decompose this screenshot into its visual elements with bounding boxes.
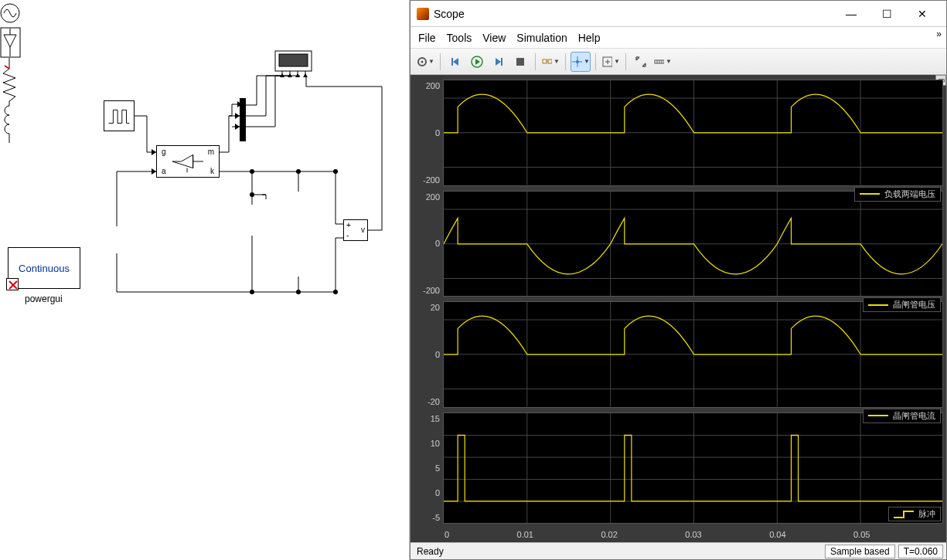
simulink-canvas[interactable]: Continuous powergui g m a k [0,0,410,560]
svg-point-25 [421,60,424,63]
svg-point-12 [250,169,254,174]
maximize-button[interactable]: ☐ [869,2,904,25]
axes-3[interactable]: 20 0 -20 晶闸管电流 [414,301,943,408]
statusbar: Ready Sample based T=0.060 [410,542,946,559]
legend-1[interactable]: 负载两端电压 [854,187,941,202]
svg-rect-30 [543,59,547,63]
highlight-button[interactable]: ▼ [540,52,560,72]
cursor-button[interactable]: ▼ [571,52,591,72]
zoom-button[interactable]: ▼ [601,52,621,72]
vm-minus: - [346,231,349,239]
svg-rect-1 [279,54,308,66]
voltage-measurement-block[interactable]: + - v [343,219,368,241]
run-button[interactable] [467,52,487,72]
x-ticks: 0 0.01 0.02 0.03 0.04 0.05 [414,528,943,539]
ac-source-block[interactable] [0,0,20,27]
powergui-block[interactable]: Continuous [8,247,80,289]
scale-button[interactable] [631,52,651,72]
close-button[interactable]: ✕ [904,2,940,25]
vm-v: v [361,226,365,234]
axes-1[interactable]: 200 0 -200 负载两端电压 [414,80,943,186]
axes-3-yticks: 20 0 -20 [414,301,443,408]
matlab-icon [417,8,429,20]
rl-branch-block[interactable] [0,58,19,143]
port-a: a [162,167,166,175]
measure-button[interactable]: ▼ [652,52,673,72]
menu-simulation[interactable]: Simulation [516,32,567,44]
svg-point-13 [296,169,301,174]
menubar[interactable]: File Tools View Simulation Help » [410,27,946,49]
svg-marker-8 [295,73,300,77]
status-mode: Sample based [825,545,895,558]
svg-point-17 [333,290,338,294]
axes-4[interactable]: 15 10 5 0 -5 [414,412,943,524]
powergui-mode: Continuous [19,263,70,274]
svg-rect-31 [548,59,552,63]
toolbar[interactable]: ▼ ▼ ▼ ▼ ▼ [410,49,946,75]
more-icon[interactable]: » [936,29,942,39]
status-time: T=0.060 [898,545,943,558]
svg-point-35 [576,60,579,63]
axes-1-yticks: 200 0 -200 [414,80,443,186]
port-g: g [162,148,166,156]
axes-4-yticks: 15 10 5 0 -5 [414,412,443,524]
status-text: Ready [414,546,822,557]
minimize-button[interactable]: — [833,2,869,25]
axes-2-yticks: 200 0 -200 [414,191,443,297]
menu-help[interactable]: Help [578,32,601,44]
menu-view[interactable]: View [482,32,506,44]
plots-area[interactable]: ▭ 200 0 -200 [410,75,946,542]
step-back-button[interactable] [445,52,465,72]
legend-4[interactable]: 脉冲 [888,507,941,521]
port-m: m [208,148,214,156]
menu-file[interactable]: File [418,32,436,44]
svg-point-14 [250,192,254,197]
svg-rect-26 [451,58,453,66]
thyristor-block[interactable]: g m a k [156,145,220,178]
svg-point-15 [250,290,254,294]
pulse-generator-block[interactable] [104,100,135,131]
scope-block[interactable] [274,50,312,78]
scope-window: Scope — ☐ ✕ File Tools View Simulation H… [410,0,947,560]
legend-2[interactable]: 晶闸管电压 [863,297,941,312]
axes-2[interactable]: 200 0 -200 晶闸管电压 [414,191,943,297]
separator [565,53,566,70]
diode-block[interactable] [0,27,21,58]
svg-marker-7 [288,73,292,77]
legend-3[interactable]: 晶闸管电流 [863,409,941,423]
window-title: Scope [434,8,833,20]
svg-marker-6 [280,73,284,77]
separator [625,53,626,70]
menu-tools[interactable]: Tools [447,32,472,44]
svg-rect-29 [516,58,524,66]
separator [440,53,441,70]
svg-rect-28 [501,58,502,66]
separator [535,53,536,70]
separator [595,53,596,70]
svg-point-18 [333,169,338,174]
stop-button[interactable] [510,52,530,72]
svg-point-16 [296,290,301,294]
step-forward-button[interactable] [489,52,509,72]
svg-marker-9 [303,73,308,77]
bus-creator-block[interactable] [240,98,246,141]
configure-button[interactable]: ▼ [415,52,435,72]
broken-link-icon [6,278,19,290]
titlebar[interactable]: Scope — ☐ ✕ [410,1,946,27]
powergui-caption: powergui [25,294,63,304]
port-k: k [210,167,214,175]
vm-plus: + [346,221,351,229]
